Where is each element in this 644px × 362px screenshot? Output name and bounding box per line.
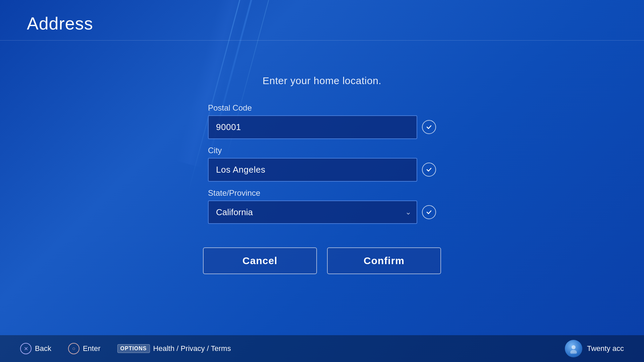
confirm-button[interactable]: Confirm — [327, 247, 441, 274]
postal-code-label: Postal Code — [208, 103, 436, 113]
footer-user: Twenty acc — [565, 340, 624, 357]
city-group: City — [208, 146, 436, 182]
options-label: Health / Privacy / Terms — [153, 344, 231, 353]
state-province-group: State/Province California Alabama Alaska… — [208, 188, 436, 224]
avatar-image — [565, 340, 582, 357]
state-province-row: California Alabama Alaska Arizona Arkans… — [208, 200, 436, 224]
postal-code-row — [208, 115, 436, 139]
o-button-icon: ○ — [68, 343, 79, 354]
footer-back: ✕ Back — [20, 343, 51, 354]
svg-point-1 — [570, 350, 577, 354]
postal-code-check-icon — [422, 120, 436, 134]
footer-enter: ○ Enter — [68, 343, 101, 354]
options-badge: OPTIONS — [117, 344, 150, 353]
buttons-row: Cancel Confirm — [203, 247, 441, 274]
state-province-label: State/Province — [208, 188, 436, 198]
footer-options: OPTIONS Health / Privacy / Terms — [117, 344, 231, 353]
page-title: Address — [27, 13, 617, 34]
state-province-select[interactable]: California Alabama Alaska Arizona Arkans… — [208, 200, 417, 224]
form-container: Postal Code City — [208, 103, 436, 231]
main-content: Enter your home location. Postal Code Ci… — [0, 41, 644, 335]
city-row — [208, 158, 436, 182]
back-label: Back — [35, 344, 51, 353]
city-check-icon — [422, 163, 436, 177]
state-check-icon — [422, 205, 436, 219]
postal-code-group: Postal Code — [208, 103, 436, 139]
state-select-wrapper: California Alabama Alaska Arizona Arkans… — [208, 200, 417, 224]
city-input[interactable] — [208, 158, 417, 182]
header: Address — [0, 0, 644, 41]
avatar — [565, 340, 582, 357]
cancel-button[interactable]: Cancel — [203, 247, 317, 274]
city-label: City — [208, 146, 436, 155]
postal-code-input[interactable] — [208, 115, 417, 139]
footer: ✕ Back ○ Enter OPTIONS Health / Privacy … — [0, 335, 644, 362]
enter-label: Enter — [83, 344, 101, 353]
user-name: Twenty acc — [587, 344, 624, 353]
subtitle: Enter your home location. — [263, 75, 381, 86]
x-button-icon: ✕ — [20, 343, 32, 354]
svg-point-0 — [572, 345, 576, 349]
